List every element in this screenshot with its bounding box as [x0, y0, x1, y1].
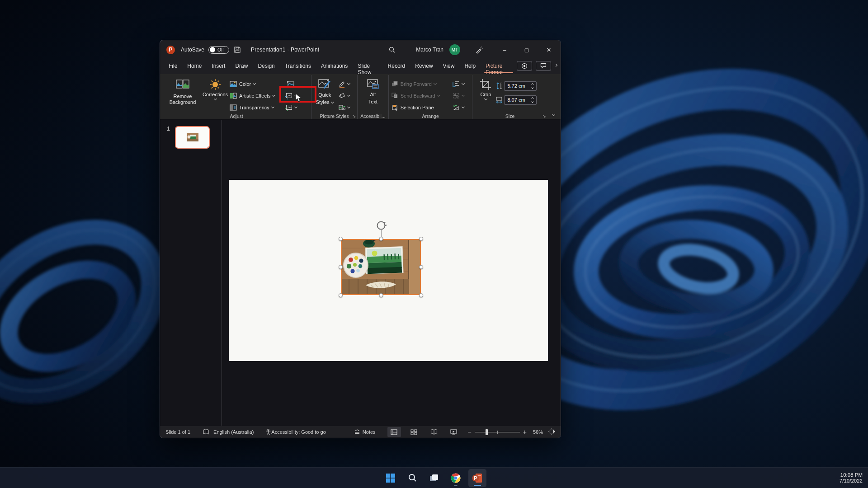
selection-handle[interactable] — [419, 265, 423, 269]
shape-height-icon — [496, 82, 502, 89]
user-name[interactable]: Marco Tran — [416, 47, 443, 53]
ribbon-overflow-icon[interactable] — [554, 63, 557, 66]
slide[interactable] — [229, 180, 548, 361]
zoom-slider-thumb[interactable] — [486, 429, 488, 435]
selection-handle[interactable] — [379, 237, 383, 241]
picture-layout-button[interactable] — [339, 103, 350, 112]
tab-draw[interactable]: Draw — [230, 59, 253, 74]
tab-animations[interactable]: Animations — [316, 59, 353, 74]
accessibility-status[interactable]: Accessibility: Good to go — [271, 429, 326, 435]
height-spinner[interactable] — [530, 82, 535, 90]
color-button[interactable]: Color — [230, 80, 280, 89]
chevron-down-icon — [272, 94, 275, 97]
language-status[interactable]: English (Australia) — [213, 429, 254, 435]
rotate-button[interactable] — [453, 103, 464, 112]
zoom-level[interactable]: 56% — [533, 429, 543, 435]
fit-to-window-icon[interactable] — [548, 428, 555, 436]
alt-text-button[interactable]: Alt Text — [361, 76, 385, 105]
alt-text-icon — [366, 79, 380, 90]
slide-sorter-button[interactable] — [407, 427, 421, 437]
taskbar-clock[interactable]: 10:08 PM 7/10/2022 — [840, 472, 863, 484]
chevron-down-icon — [437, 94, 440, 97]
chrome-button[interactable] — [447, 469, 465, 487]
start-button[interactable] — [382, 469, 400, 487]
reset-picture-button[interactable] — [285, 103, 297, 112]
bring-forward-button[interactable]: Bring Forward — [392, 80, 449, 89]
tab-home[interactable]: Home — [182, 59, 207, 74]
group-label-adjust: Adjust — [162, 113, 311, 119]
selection-handle[interactable] — [379, 293, 383, 297]
maximize-button[interactable]: ▢ — [518, 43, 536, 56]
tab-record[interactable]: Record — [383, 59, 410, 74]
tab-file[interactable]: File — [164, 59, 182, 74]
close-button[interactable]: ✕ — [540, 43, 558, 56]
height-input[interactable]: 5.72 cm — [504, 81, 537, 91]
width-input[interactable]: 8.07 cm — [504, 95, 537, 105]
zoom-in-button[interactable]: + — [523, 428, 527, 436]
comments-button[interactable] — [536, 61, 551, 71]
taskbar-search-button[interactable] — [403, 469, 421, 487]
search-icon[interactable] — [388, 46, 396, 54]
group-objects-icon — [453, 93, 460, 99]
tab-slide-show[interactable]: Slide Show — [353, 59, 382, 74]
autosave-label: AutoSave — [181, 47, 204, 53]
tab-picture-format[interactable]: Picture Format — [481, 59, 517, 74]
tab-review[interactable]: Review — [410, 59, 438, 74]
chevron-down-icon — [271, 105, 274, 108]
width-value: 8.07 cm — [507, 97, 525, 103]
zoom-slider[interactable] — [475, 432, 520, 432]
selection-handle[interactable] — [339, 265, 343, 269]
tab-transitions[interactable]: Transitions — [280, 59, 316, 74]
spell-check-icon[interactable] — [203, 429, 209, 435]
rotation-handle-icon[interactable] — [376, 220, 387, 231]
powerpoint-taskbar-button[interactable]: P — [468, 469, 486, 487]
selection-pane-button[interactable]: Selection Pane — [392, 103, 449, 112]
powerpoint-logo-icon[interactable]: P — [166, 46, 175, 54]
slide-canvas[interactable] — [222, 120, 561, 426]
save-icon[interactable] — [233, 46, 241, 54]
selected-picture[interactable] — [341, 239, 421, 295]
chevron-down-icon — [462, 94, 465, 97]
clock-time: 10:08 PM — [840, 472, 863, 478]
dialog-launcher-icon[interactable]: ↘ — [542, 113, 546, 118]
selection-handle[interactable] — [339, 293, 343, 297]
avatar[interactable]: MT — [449, 44, 460, 55]
slide-indicator[interactable]: Slide 1 of 1 — [165, 429, 190, 435]
zoom-slider-tick — [497, 431, 498, 434]
notes-button[interactable]: Notes — [354, 429, 376, 435]
selection-handle[interactable] — [339, 237, 343, 241]
autosave-toggle[interactable]: Off — [208, 46, 229, 54]
tab-design[interactable]: Design — [253, 59, 279, 74]
group-objects-button[interactable] — [453, 91, 464, 100]
corrections-button[interactable]: Corrections — [201, 76, 230, 100]
task-view-button[interactable] — [425, 469, 443, 487]
dialog-launcher-icon[interactable]: ↘ — [352, 113, 356, 118]
zoom-out-button[interactable]: − — [468, 428, 472, 436]
send-backward-button[interactable]: Send Backward — [392, 91, 449, 100]
remove-background-button[interactable]: Remove Background — [165, 76, 201, 105]
picture-effects-button[interactable] — [339, 91, 350, 100]
windows-start-icon — [386, 473, 396, 483]
slide-thumbnail[interactable] — [175, 126, 210, 149]
align-button[interactable] — [453, 80, 464, 89]
selection-handle[interactable] — [419, 237, 423, 241]
crop-button[interactable]: Crop — [475, 76, 496, 100]
collapse-ribbon-icon[interactable] — [552, 113, 555, 116]
pen-icon[interactable] — [475, 46, 483, 54]
normal-view-button[interactable] — [387, 427, 401, 437]
slideshow-view-button[interactable] — [447, 427, 461, 437]
reading-view-button[interactable] — [427, 427, 441, 437]
picture-border-button[interactable] — [339, 80, 350, 89]
selection-handle[interactable] — [419, 293, 423, 297]
selection-pane-icon — [392, 104, 398, 111]
tab-view[interactable]: View — [438, 59, 460, 74]
tab-insert[interactable]: Insert — [207, 59, 230, 74]
transparency-button[interactable]: Transparency — [230, 103, 280, 112]
width-spinner[interactable] — [530, 96, 535, 104]
quick-styles-button[interactable]: Quick Styles — [314, 76, 335, 105]
tab-help[interactable]: Help — [459, 59, 481, 74]
minimize-button[interactable]: – — [495, 43, 514, 56]
artistic-effects-button[interactable]: Artistic Effects — [230, 91, 280, 100]
record-button[interactable] — [517, 61, 532, 71]
chevron-down-icon — [462, 105, 465, 108]
